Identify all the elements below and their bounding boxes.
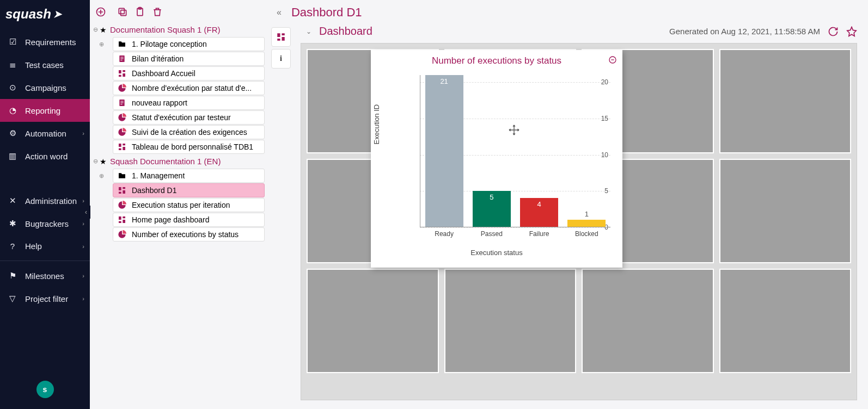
dashboard-icon (118, 69, 126, 78)
svg-rect-32 (277, 39, 280, 41)
nav-action-word[interactable]: ▥ Action word (0, 145, 90, 168)
tree-item[interactable]: Suivi de la création des exigences (113, 125, 265, 139)
bug-icon: ✱ (8, 219, 17, 228)
svg-rect-29 (277, 33, 280, 37)
main-area: i « Dashbord D1 ⌄ Dashboard Generated on… (271, 0, 868, 409)
avatar[interactable]: s (36, 381, 54, 398)
svg-rect-28 (119, 221, 121, 223)
nav-reporting[interactable]: ◔ Reporting (0, 99, 90, 122)
tree-item[interactable]: nouveau rapport (113, 96, 265, 110)
tree-item[interactable]: Statut d'exécution par testeur (113, 110, 265, 125)
bar: 5 (473, 191, 511, 227)
bar-value: 21 (425, 77, 463, 85)
svg-rect-11 (123, 73, 125, 77)
svg-rect-23 (123, 190, 125, 194)
expand-icon[interactable]: ⊕ (99, 41, 104, 48)
tree-item[interactable]: Nombre d'exécution par statut d'e... (113, 81, 265, 95)
favorite-icon[interactable] (846, 26, 857, 37)
svg-rect-10 (123, 70, 125, 72)
pie-icon: ◔ (8, 106, 17, 115)
tree-item-label: Tableau de bord personnalisé TDB1 (132, 142, 253, 151)
dashboard-icon (118, 142, 126, 151)
tree-item-label: Suivi de la création des exigences (132, 128, 247, 137)
grid-cell[interactable] (719, 269, 852, 373)
nav-test-cases[interactable]: ≣ Test cases (0, 53, 90, 76)
expand-icon[interactable]: ⊕ (99, 172, 104, 179)
tree-item[interactable]: Number of executions by status (113, 227, 265, 241)
nav-administration[interactable]: ✕ Administration › (0, 189, 90, 212)
chevron-down-icon[interactable]: ⌄ (306, 28, 311, 35)
nav-label: Campaigns (25, 83, 66, 92)
svg-rect-18 (123, 144, 125, 145)
bar-value: 1 (567, 210, 606, 218)
tree-item-label: 1. Pilotage conception (132, 40, 207, 48)
tree-item[interactable]: ⊕ 1. Management (113, 169, 265, 183)
svg-rect-30 (282, 33, 285, 35)
collapse-icon[interactable]: ⊖ (91, 158, 100, 165)
dashboard-canvas[interactable]: Number of executions by status Execution… (301, 43, 857, 400)
tab-dashboard[interactable] (271, 27, 291, 47)
nav-requirements[interactable]: ☑ Requirements (0, 30, 90, 53)
check-square-icon: ☑ (8, 37, 17, 47)
svg-rect-21 (119, 187, 121, 190)
collapse-sidebar-button[interactable]: ‹ (82, 206, 90, 219)
tree-item[interactable]: Home page dashboard (113, 213, 265, 227)
nav-project-filter[interactable]: ▽ Project filter › (0, 287, 90, 310)
grid-cell[interactable] (444, 269, 577, 373)
flag-icon: ⚑ (8, 271, 17, 281)
nav-bugtrackers[interactable]: ✱ Bugtrackers › (0, 212, 90, 235)
chevron-right-icon: › (82, 130, 84, 137)
tree-item[interactable]: Dashbord D1 (113, 183, 265, 197)
copy-icon[interactable] (117, 7, 128, 17)
main-sidebar: squash➤ ☑ Requirements ≣ Test cases ⊙ Ca… (0, 0, 90, 409)
svg-rect-25 (119, 216, 121, 220)
svg-rect-1 (121, 10, 126, 16)
tree-item[interactable]: Tableau de bord personnalisé TDB1 (113, 140, 265, 154)
grid-cell[interactable] (719, 49, 852, 153)
tab-info[interactable]: i (271, 49, 291, 69)
tree-item[interactable]: Dashboard Accueil (113, 66, 265, 80)
svg-rect-26 (123, 216, 125, 218)
chevron-right-icon: › (82, 197, 84, 204)
info-icon: i (280, 54, 282, 63)
grid-cell[interactable] (307, 269, 439, 373)
svg-rect-7 (120, 58, 123, 59)
tree-item-label: Bilan d'itération (132, 54, 184, 63)
add-icon[interactable] (95, 7, 106, 17)
tree-group[interactable]: Squash Documentation 1 (EN) (110, 157, 221, 166)
tools-icon: ✕ (8, 196, 17, 206)
paste-icon[interactable] (135, 7, 145, 17)
tree-item[interactable]: ⊕ 1. Pilotage conception (113, 37, 265, 51)
nav-help[interactable]: ? Help › (0, 235, 90, 257)
nav-milestones[interactable]: ⚑ Milestones › (0, 264, 90, 287)
dashboard-icon (118, 186, 126, 195)
chart-widget[interactable]: Number of executions by status Execution… (371, 50, 622, 268)
grid-cell[interactable] (582, 269, 714, 373)
remove-chart-button[interactable] (608, 55, 617, 67)
back-button[interactable]: « (277, 8, 282, 17)
generated-timestamp: Generated on Aug 12, 2021, 11:58:58 AM (669, 27, 820, 36)
svg-rect-16 (120, 104, 122, 104)
delete-icon[interactable] (152, 7, 163, 17)
collapse-icon[interactable]: ⊖ (91, 26, 100, 33)
refresh-icon[interactable] (828, 26, 839, 37)
bar-value: 4 (520, 200, 558, 208)
chart-icon (118, 113, 126, 122)
chevron-right-icon: › (82, 295, 84, 302)
tree-group[interactable]: Documentation Squash 1 (FR) (110, 25, 221, 34)
svg-rect-6 (120, 57, 123, 58)
chart-icon (118, 128, 126, 137)
list-icon: ≣ (8, 60, 17, 70)
grid-cell[interactable] (719, 159, 852, 263)
filter-icon: ▽ (8, 294, 17, 303)
tree-toolbar (91, 4, 268, 23)
tree-item[interactable]: Execution status per iteration (113, 198, 265, 212)
nav-automation[interactable]: ⚙ Automation › (0, 122, 90, 145)
tree-item-label: Dashboard Accueil (132, 69, 195, 78)
dashboard-icon (276, 32, 286, 42)
tree-item[interactable]: Bilan d'itération (113, 52, 265, 66)
chevron-right-icon: › (82, 243, 84, 250)
nav-label: Reporting (25, 106, 60, 115)
nav-campaigns[interactable]: ⊙ Campaigns (0, 76, 90, 99)
chart-plot: 05101520 21 Ready 5 Passed 4 Failure 1 B… (404, 75, 610, 227)
